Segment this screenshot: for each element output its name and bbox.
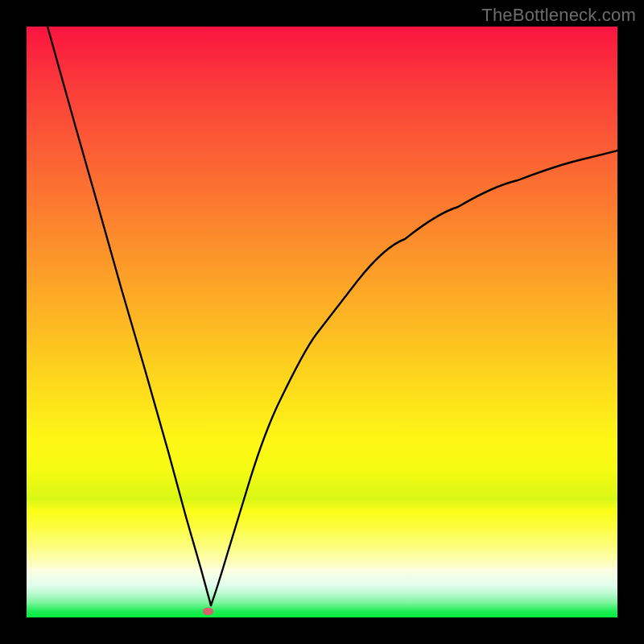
watermark-text: TheBottleneck.com [481,5,636,26]
minimum-marker [203,608,213,615]
plot-area [27,27,617,617]
curve-left-branch [47,27,211,605]
chart-frame: TheBottleneck.com [0,0,644,644]
bottleneck-curve [27,27,617,617]
curve-right-branch [211,151,617,605]
